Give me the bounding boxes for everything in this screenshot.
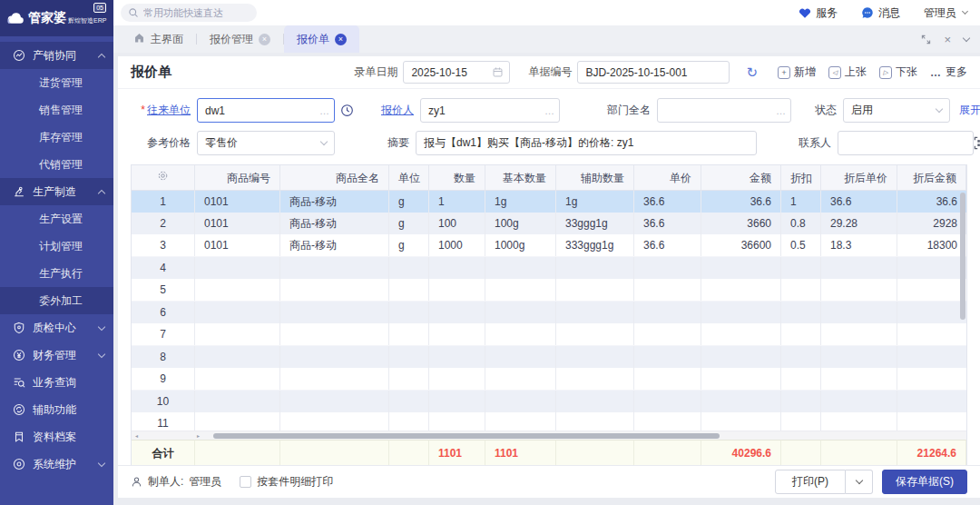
sidebar-item-production-exec[interactable]: 生产执行	[0, 260, 113, 287]
grid-cell[interactable]	[634, 412, 701, 431]
vertical-scroll-thumb[interactable]	[960, 193, 965, 320]
sidebar-item-finance[interactable]: 财务管理	[0, 342, 113, 369]
save-button[interactable]: 保存单据(S)	[882, 470, 967, 494]
grid-cell[interactable]	[821, 391, 897, 412]
grid-cell[interactable]: 29.28	[821, 213, 897, 234]
grid-cell[interactable]	[634, 302, 701, 323]
grid-cell[interactable]: 18300	[897, 234, 966, 256]
sidebar-item-sales[interactable]: 销售管理	[0, 96, 113, 124]
grid-cell[interactable]	[701, 368, 781, 390]
grid-cell[interactable]: 36.6	[897, 191, 966, 213]
grid-cell[interactable]: 1	[781, 191, 821, 213]
tab-home[interactable]: 主界面	[121, 25, 196, 53]
row-number-cell[interactable]: 9	[132, 368, 195, 390]
grid-cell[interactable]	[897, 257, 966, 279]
next-doc-button[interactable]: ▷ 下张	[879, 64, 917, 80]
tab-quotation[interactable]: 报价单×	[284, 25, 359, 53]
grid-cell[interactable]	[556, 257, 634, 279]
grid-cell[interactable]	[634, 323, 701, 345]
grid-cell[interactable]	[556, 346, 634, 368]
grid-settings-icon[interactable]	[157, 172, 169, 184]
table-row[interactable]: 30101商品-移动g10001000g333ggg1g36.6366000.5…	[132, 234, 966, 257]
row-number-cell[interactable]: 10	[132, 391, 195, 412]
grid-cell[interactable]	[897, 279, 966, 301]
grid-cell[interactable]	[429, 391, 485, 412]
grid-cell[interactable]: 1g	[556, 191, 634, 213]
fullscreen-icon[interactable]	[921, 35, 931, 45]
grid-cell[interactable]	[781, 368, 821, 390]
grid-cell[interactable]	[781, 257, 821, 279]
grid-cell[interactable]	[429, 368, 485, 390]
grid-cell[interactable]	[195, 346, 280, 368]
grid-cell[interactable]	[280, 257, 389, 279]
grid-cell[interactable]	[195, 257, 280, 279]
quick-search[interactable]	[121, 4, 257, 22]
quoter-label[interactable]: 报价人	[367, 103, 414, 118]
grid-cell[interactable]	[634, 346, 701, 368]
table-row[interactable]: 7	[132, 323, 966, 346]
grid-cell[interactable]	[701, 346, 781, 368]
grid-cell[interactable]	[781, 391, 821, 412]
grid-cell[interactable]: 36.6	[634, 191, 701, 213]
sidebar-item-system[interactable]: 系统维护	[0, 451, 113, 478]
grid-cell[interactable]	[485, 391, 556, 412]
grid-cell[interactable]: 商品-移动	[280, 213, 389, 234]
grid-cell[interactable]: 100	[429, 213, 485, 234]
grid-cell[interactable]: 1	[429, 191, 485, 213]
grid-cell[interactable]	[389, 302, 429, 323]
grid-cell[interactable]	[634, 279, 701, 301]
grid-cell[interactable]	[701, 391, 781, 412]
grid-cell[interactable]	[634, 368, 701, 390]
grid-cell[interactable]: 33ggg1g	[556, 213, 634, 234]
row-number-cell[interactable]: 7	[132, 323, 195, 345]
grid-cell[interactable]	[485, 323, 556, 345]
sidebar-item-purchase[interactable]: 进货管理	[0, 69, 113, 96]
grid-cell[interactable]	[701, 412, 781, 431]
close-tab-icon[interactable]: ×	[259, 34, 270, 45]
grid-cell[interactable]	[821, 279, 897, 301]
sidebar-item-plan[interactable]: 计划管理	[0, 233, 113, 260]
grid-cell[interactable]	[556, 412, 634, 431]
grid-cell[interactable]: g	[389, 191, 429, 213]
sidebar-item-consignment[interactable]: 代销管理	[0, 151, 113, 178]
sidebar-item-production-sales[interactable]: 产销协同	[0, 42, 113, 69]
grid-cell[interactable]	[429, 302, 485, 323]
grid-cell[interactable]	[389, 323, 429, 345]
table-row[interactable]: 10	[132, 391, 966, 412]
vertical-scrollbar[interactable]	[959, 191, 966, 431]
grid-header-settings[interactable]	[132, 165, 195, 191]
row-number-cell[interactable]: 11	[132, 412, 195, 431]
search-input[interactable]	[143, 7, 248, 18]
sidebar-item-outsourcing[interactable]: 委外加工	[0, 287, 113, 314]
grid-cell[interactable]	[429, 412, 485, 431]
grid-cell[interactable]: 36.6	[701, 191, 781, 213]
table-row[interactable]: 4	[132, 257, 966, 279]
grid-cell[interactable]	[280, 323, 389, 345]
grid-cell[interactable]: 0.8	[781, 213, 821, 234]
quoter-field[interactable]: …	[420, 98, 560, 123]
department-field[interactable]: …	[657, 98, 791, 123]
grid-cell[interactable]	[195, 279, 280, 301]
grid-cell[interactable]: 2928	[897, 213, 966, 234]
grid-cell[interactable]	[389, 412, 429, 431]
grid-cell[interactable]	[389, 346, 429, 368]
grid-cell[interactable]: 商品-移动	[280, 234, 389, 256]
partner-input[interactable]	[198, 99, 334, 122]
quoter-input[interactable]	[421, 99, 559, 122]
grid-cell[interactable]	[195, 391, 280, 412]
doc-number-input[interactable]	[578, 62, 729, 83]
grid-cell[interactable]	[485, 368, 556, 390]
barcode-scan-icon[interactable]	[974, 136, 980, 150]
row-number-cell[interactable]: 3	[132, 234, 195, 256]
table-row[interactable]: 6	[132, 302, 966, 323]
grid-cell[interactable]	[821, 412, 897, 431]
grid-cell[interactable]	[485, 302, 556, 323]
refresh-icon[interactable]: ↻	[746, 64, 758, 81]
grid-cell[interactable]	[897, 323, 966, 345]
grid-cell[interactable]	[821, 368, 897, 390]
horizontal-scrollbar[interactable]: ◂ ▸	[132, 431, 966, 440]
grid-cell[interactable]	[429, 346, 485, 368]
row-number-cell[interactable]: 6	[132, 302, 195, 323]
grid-cell[interactable]	[701, 323, 781, 345]
grid-cell[interactable]: 1g	[485, 191, 556, 213]
